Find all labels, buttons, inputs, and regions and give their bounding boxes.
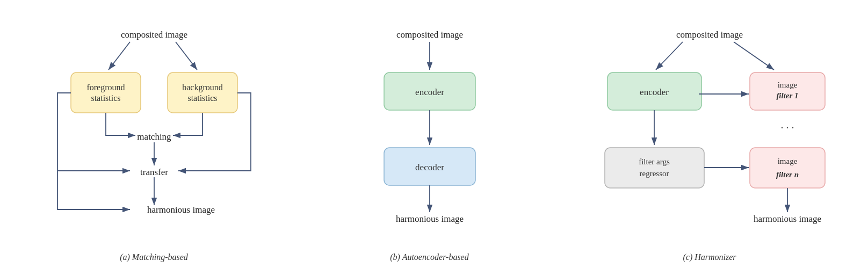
- caption-a: (a) Matching-based: [120, 252, 188, 262]
- svg-rect-6: [168, 73, 237, 113]
- svg-text:statistics: statistics: [187, 93, 217, 103]
- svg-rect-3: [71, 73, 141, 113]
- svg-text:image: image: [778, 157, 798, 165]
- svg-text:harmonious image: harmonious image: [395, 214, 463, 224]
- svg-line-26: [656, 42, 683, 70]
- svg-text:composited image: composited image: [676, 30, 743, 40]
- svg-text:decoder: decoder: [415, 162, 444, 172]
- svg-text:regressor: regressor: [640, 169, 669, 178]
- svg-text:harmonious image: harmonious image: [754, 214, 821, 224]
- svg-rect-35: [605, 148, 704, 188]
- svg-text:composited image: composited image: [396, 30, 462, 40]
- svg-text:encoder: encoder: [415, 87, 444, 97]
- svg-text:matching: matching: [137, 132, 171, 142]
- svg-text:filter 1: filter 1: [776, 91, 798, 100]
- svg-text:encoder: encoder: [640, 87, 669, 97]
- composited-image-label-a: composited image: [120, 30, 187, 40]
- svg-text:transfer: transfer: [140, 167, 168, 177]
- svg-line-27: [734, 42, 774, 70]
- svg-text:foreground: foreground: [86, 83, 125, 92]
- svg-text:filter n: filter n: [776, 170, 799, 179]
- svg-line-1: [108, 42, 130, 70]
- svg-text:background: background: [182, 83, 223, 92]
- caption-c: (c) Harmonizer: [683, 252, 736, 262]
- svg-text:· · ·: · · ·: [781, 122, 794, 134]
- svg-text:filter args: filter args: [639, 157, 670, 166]
- diagrams-container: composited image foreground statistics b…: [0, 0, 868, 275]
- diagram-matching-based: composited image foreground statistics b…: [16, 11, 292, 267]
- svg-text:harmonious image: harmonious image: [147, 205, 214, 215]
- diagram-harmonizer: composited image encoder image filter 1 …: [567, 11, 852, 267]
- svg-text:statistics: statistics: [91, 93, 120, 103]
- diagram-autoencoder: composited image encoder decoder harmoni…: [292, 11, 567, 267]
- svg-line-2: [176, 42, 197, 70]
- caption-b: (b) Autoencoder-based: [390, 252, 468, 262]
- svg-rect-38: [750, 148, 825, 188]
- svg-text:image: image: [778, 81, 798, 89]
